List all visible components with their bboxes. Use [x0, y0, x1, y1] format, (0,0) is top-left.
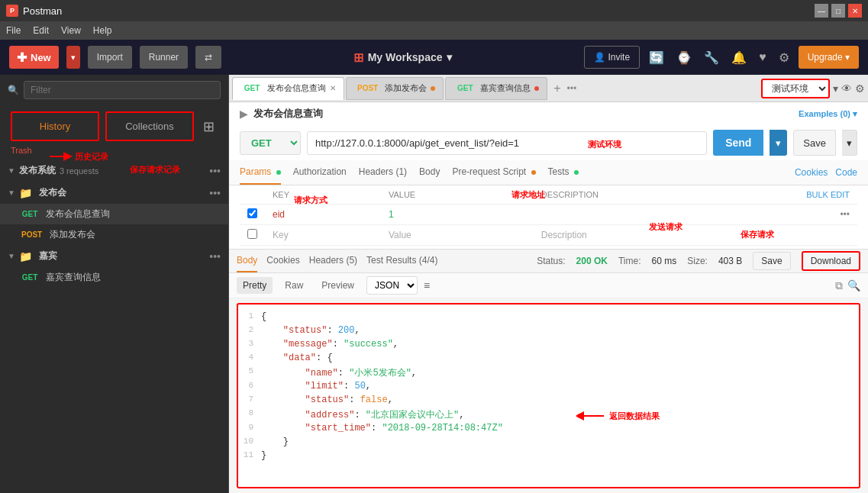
res-tab-cookies[interactable]: Cookies: [266, 250, 299, 272]
fmt-tab-pretty[interactable]: Pretty: [237, 277, 273, 294]
tab-label-3: 嘉宾查询信息: [480, 82, 531, 94]
title-bar-controls[interactable]: — □ ✕: [815, 4, 862, 18]
copy-icon-button[interactable]: ⧉: [835, 279, 843, 292]
tab-post-add-fabuhui[interactable]: POST 添加发布会: [346, 77, 444, 100]
format-type-select[interactable]: JSON: [366, 276, 418, 295]
tab-method-get-3: GET: [453, 83, 476, 93]
tab-close-1[interactable]: ✕: [330, 84, 336, 92]
time-label: Time:: [618, 256, 641, 266]
heart-icon-button[interactable]: ♥: [756, 47, 770, 67]
tab-more-button[interactable]: •••: [567, 83, 577, 94]
req-tab-prerequest[interactable]: Pre-request Script: [452, 160, 535, 185]
examples-link[interactable]: Examples (0) ▾: [799, 109, 857, 119]
sidebar-section-fabuhui[interactable]: ▼ 📁 发布会 •••: [0, 182, 228, 204]
request-section: ▶ 发布会信息查询 Examples (0) ▾ GET Send ▾ Save…: [229, 102, 868, 250]
trash-link[interactable]: Trash: [0, 144, 228, 156]
save-dropdown-button[interactable]: ▾: [842, 130, 857, 156]
menu-help[interactable]: Help: [93, 25, 112, 36]
method-badge-get: GET: [18, 209, 41, 219]
req-tab-tests[interactable]: Tests: [548, 160, 579, 185]
env-gear-button[interactable]: ⚙: [855, 82, 865, 95]
response-download-button[interactable]: Download: [802, 251, 860, 271]
response-save-button[interactable]: Save: [753, 252, 790, 270]
env-select-dropdown[interactable]: 测试环境: [761, 79, 830, 98]
section-more-icon-2[interactable]: •••: [209, 187, 221, 199]
add-tab-button[interactable]: +: [549, 82, 565, 95]
res-tab-body[interactable]: Body: [237, 250, 257, 272]
size-value: 403 B: [718, 256, 742, 266]
new-button[interactable]: ✚ New: [9, 46, 59, 69]
new-collection-button[interactable]: ⊞: [197, 117, 221, 137]
sync-icon-button[interactable]: 🔄: [646, 47, 667, 68]
sidebar-item-get-fabuhui[interactable]: GET 发布会信息查询: [0, 204, 228, 224]
sidebar-item-get-jiabin[interactable]: GET 嘉宾查询信息: [0, 267, 228, 288]
url-input[interactable]: [307, 131, 707, 155]
workspace-selector[interactable]: ⊞ My Workspace ▾: [229, 50, 576, 65]
response-code-block: 1 { 2 "status": 200, 3 "message": "succe…: [237, 303, 860, 488]
history-icon-button[interactable]: ⌚: [673, 47, 695, 68]
plus-icon: ✚: [17, 50, 27, 65]
code-link[interactable]: Code: [835, 167, 857, 178]
menu-file[interactable]: File: [6, 25, 21, 36]
bell-icon-button[interactable]: 🔔: [728, 47, 750, 68]
tab-collections[interactable]: Collections: [105, 111, 194, 141]
import-button[interactable]: Import: [88, 46, 132, 69]
section-more-icon-3[interactable]: •••: [209, 250, 221, 263]
runner-button[interactable]: Runner: [140, 46, 188, 69]
response-format-bar: Pretty Raw Preview JSON ≡ ⧉ 🔍: [229, 273, 868, 298]
req-tab-auth[interactable]: Authorization: [293, 160, 347, 185]
minimize-button[interactable]: —: [815, 4, 828, 18]
cookies-link[interactable]: Cookies: [795, 167, 828, 178]
req-tab-params[interactable]: Params: [240, 160, 281, 185]
sidebar-section-fabusystem[interactable]: ▼ 发布系统 3 requests •••: [0, 160, 228, 182]
gear-icon-button[interactable]: ⚙: [776, 47, 792, 68]
send-button[interactable]: Send: [713, 130, 763, 156]
settings-icon-button[interactable]: 🔧: [701, 47, 722, 68]
section-more-icon[interactable]: •••: [209, 165, 221, 177]
expand-arrow-icon[interactable]: ▶: [240, 108, 247, 120]
env-dropdown-button[interactable]: ▾: [833, 82, 838, 95]
tab-get-fabuhui-query[interactable]: GET 发布会信息查询 ✕: [232, 77, 344, 100]
tests-dot: [574, 170, 579, 175]
res-tab-headers[interactable]: Headers (5): [309, 250, 357, 272]
code-line-6: 6 "limit": 50,: [238, 380, 859, 394]
send-dropdown-button[interactable]: ▾: [770, 130, 787, 156]
tab-get-jiabin-query[interactable]: GET 嘉宾查询信息: [445, 77, 547, 100]
search-response-button[interactable]: 🔍: [847, 279, 860, 292]
res-tab-test-results[interactable]: Test Results (4/4): [366, 250, 437, 272]
code-line-9: 9 "start_time": "2018-09-28T14:08:47Z": [238, 422, 859, 436]
param-value-2: Value: [389, 230, 411, 240]
sync-button[interactable]: ⇄: [195, 46, 221, 69]
code-line-1: 1 {: [238, 311, 859, 324]
status-value: 200 OK: [576, 256, 608, 266]
save-request-button[interactable]: Save: [793, 130, 836, 156]
menu-edit[interactable]: Edit: [33, 25, 49, 36]
tab-label-1: 发布会信息查询: [267, 82, 326, 94]
req-tab-headers[interactable]: Headers (1): [359, 160, 407, 185]
upgrade-button[interactable]: Upgrade ▾: [799, 46, 859, 69]
invite-button[interactable]: 👤 Invite: [584, 46, 640, 69]
fmt-tab-preview[interactable]: Preview: [315, 277, 360, 294]
close-button[interactable]: ✕: [848, 4, 862, 18]
maximize-button[interactable]: □: [831, 4, 845, 18]
menu-view[interactable]: View: [61, 25, 81, 36]
tab-history[interactable]: History: [11, 111, 99, 141]
param-check-1[interactable]: [247, 208, 257, 218]
sidebar-section-jiabin[interactable]: ▼ 📁 嘉宾 •••: [0, 245, 228, 267]
sidebar-tabs-row: History Collections ⊞: [0, 105, 228, 144]
fmt-tab-raw[interactable]: Raw: [279, 277, 309, 294]
new-dropdown-button[interactable]: ▾: [66, 46, 80, 69]
method-select[interactable]: GET: [240, 131, 301, 155]
sidebar-item-post-fabuhui[interactable]: POST 添加发布会: [0, 224, 228, 245]
param-more-1[interactable]: •••: [840, 209, 850, 220]
params-table: KEY VALUE DESCRIPTION Bulk Edit eid: [240, 185, 857, 246]
app-icon: P: [6, 5, 18, 17]
request-name-3: 嘉宾查询信息: [46, 271, 101, 284]
search-input[interactable]: [24, 81, 221, 99]
param-check-2[interactable]: [247, 229, 257, 239]
menu-bar: File Edit View Help: [0, 21, 868, 40]
req-tab-body[interactable]: Body: [419, 160, 440, 185]
bulk-edit-link[interactable]: Bulk Edit: [806, 190, 850, 199]
wrap-icon-button[interactable]: ≡: [424, 279, 430, 292]
env-eye-button[interactable]: 👁: [841, 82, 852, 95]
